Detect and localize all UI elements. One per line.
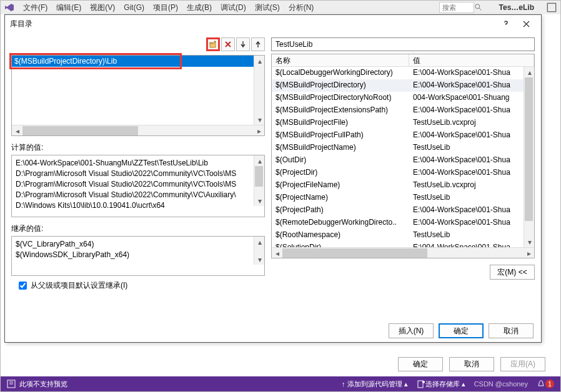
- menu-file[interactable]: 文件(F): [23, 2, 47, 13]
- macro-grid[interactable]: 名称 值 $(LocalDebuggerWorkingDirectory)E:\…: [271, 54, 535, 258]
- grid-row[interactable]: $(ProjectDir)E:\004-WorkSpace\001-Shua: [272, 167, 534, 179]
- computed-line: D:\Windows Kits\10\lib\10.0.19041.0\ucrt…: [16, 200, 261, 211]
- macro-name: $(ProjectPath): [272, 204, 409, 217]
- menu-build[interactable]: 生成(B): [187, 2, 212, 13]
- macro-value: 004-WorkSpace\001-Shuang: [409, 92, 534, 104]
- macro-value: E:\004-WorkSpace\001-Shua: [409, 204, 534, 217]
- menu-git[interactable]: Git(G): [124, 3, 144, 12]
- inherited-label: 继承的值:: [11, 223, 265, 234]
- macro-filter-input[interactable]: [271, 37, 535, 51]
- watermark: CSDN @cshoney: [474, 380, 528, 388]
- svg-point-0: [475, 4, 479, 9]
- menu-project[interactable]: 项目(P): [153, 2, 178, 13]
- dialog-title: 库目录: [10, 19, 496, 29]
- inherit-checkbox[interactable]: [19, 282, 27, 290]
- menu-edit[interactable]: 编辑(E): [56, 2, 81, 13]
- delete-line-button[interactable]: [221, 37, 235, 51]
- search-icon: [474, 3, 483, 12]
- document-tab[interactable]: Tes…eLib: [499, 3, 534, 12]
- macro-value: E:\004-WorkSpace\001-Shua: [409, 67, 534, 79]
- notifications[interactable]: 1: [537, 380, 554, 388]
- vertical-scrollbar[interactable]: ▴▾: [254, 237, 264, 265]
- ok-button[interactable]: 确定: [439, 323, 484, 338]
- grid-row[interactable]: $(MSBuildProjectExtensionsPath)E:\004-Wo…: [272, 104, 534, 117]
- grid-row[interactable]: $(MSBuildProjectName)TestUseLib: [272, 142, 534, 154]
- menu-test[interactable]: 测试(S): [255, 2, 280, 13]
- list-item[interactable]: $(MSBuildProjectDirectory)\Lib: [12, 56, 264, 67]
- macro-value: E:\004-WorkSpace\001-Shua: [409, 154, 534, 167]
- arrow-up-icon: ↑: [342, 380, 345, 388]
- outer-cancel-button[interactable]: 取消: [449, 357, 494, 371]
- info-icon: [7, 380, 16, 388]
- notification-count: 1: [545, 380, 554, 388]
- macros-button[interactable]: 宏(M) <<: [490, 265, 535, 280]
- close-button[interactable]: [516, 16, 536, 31]
- grid-row[interactable]: $(RemoteDebuggerWorkingDirecto..E:\004-W…: [272, 217, 534, 229]
- outer-ok-button[interactable]: 确定: [398, 357, 443, 371]
- inherit-label[interactable]: 从父级或项目默认设置继承(I): [31, 280, 127, 291]
- macro-name: $(ProjectName): [272, 192, 409, 204]
- grid-row[interactable]: $(OutDir)E:\004-WorkSpace\001-Shua: [272, 154, 534, 167]
- repo-icon: [417, 380, 425, 388]
- grid-row[interactable]: $(ProjectFileName)TestUseLib.vcxproj: [272, 179, 534, 192]
- macro-name: $(ProjectFileName): [272, 179, 409, 192]
- add-source-control[interactable]: ↑ 添加到源代码管理 ▴: [342, 380, 408, 389]
- vertical-scrollbar[interactable]: ▴ ▾: [254, 56, 264, 125]
- horizontal-scrollbar[interactable]: ◂ ▸: [12, 125, 264, 135]
- grid-row[interactable]: $(MSBuildProjectDirectoryNoRoot)004-Work…: [272, 92, 534, 104]
- column-header-value[interactable]: 值: [409, 54, 534, 67]
- svg-rect-12: [418, 381, 423, 388]
- insert-button[interactable]: 插入(N): [389, 323, 434, 338]
- library-directories-dialog: 库目录: [4, 14, 542, 343]
- macro-value: E:\004-WorkSpace\001-Shua: [409, 167, 534, 179]
- computed-line: E:\004-WorkSpace\001-ShuangMu\ZZTest\Tes…: [16, 158, 261, 169]
- grid-row[interactable]: $(MSBuildProjectDirectory)E:\004-WorkSpa…: [272, 79, 534, 92]
- help-button[interactable]: [496, 16, 516, 31]
- macro-name: $(RemoteDebuggerWorkingDirecto..: [272, 217, 409, 229]
- move-up-button[interactable]: [251, 37, 265, 51]
- outer-dialog-buttons: 确定 取消 应用(A): [398, 357, 545, 371]
- inherited-values-box: $(VC_LibraryPath_x64) $(WindowsSDK_Libra…: [11, 236, 265, 276]
- svg-rect-6: [210, 42, 212, 44]
- search-box[interactable]: [439, 2, 483, 13]
- svg-rect-2: [547, 3, 555, 11]
- menu-view[interactable]: 视图(V): [90, 2, 115, 13]
- macro-name: $(RootNamespace): [272, 229, 409, 242]
- macro-value: E:\004-WorkSpace\001-Shua: [409, 79, 534, 92]
- grid-row[interactable]: $(MSBuildProjectFullPath)E:\004-WorkSpac…: [272, 129, 534, 142]
- grid-row[interactable]: $(LocalDebuggerWorkingDirectory)E:\004-W…: [272, 67, 534, 79]
- menu-analyze[interactable]: 分析(N): [289, 2, 314, 13]
- computed-line: D:\Program\Microsoft Visual Studio\2022\…: [16, 179, 261, 190]
- macro-name: $(MSBuildProjectExtensionsPath): [272, 104, 409, 117]
- computed-line: D:\Program\Microsoft Visual Studio\2022\…: [16, 190, 261, 200]
- bell-icon: [537, 380, 545, 388]
- inherited-line: $(VC_LibraryPath_x64): [16, 239, 261, 250]
- macro-value: TestUseLib: [409, 142, 534, 154]
- cancel-button[interactable]: 取消: [489, 323, 534, 338]
- vertical-scrollbar[interactable]: ▴▾: [524, 67, 534, 247]
- column-header-name[interactable]: 名称: [272, 54, 409, 67]
- move-down-button[interactable]: [236, 37, 250, 51]
- dialog-titlebar: 库目录: [5, 15, 541, 32]
- macro-value: TestUseLib.vcxproj: [409, 117, 534, 129]
- new-line-button[interactable]: [206, 37, 220, 51]
- grid-row[interactable]: $(ProjectName)TestUseLib: [272, 192, 534, 204]
- menubar: 文件(F) 编辑(E) 视图(V) Git(G) 项目(P) 生成(B) 调试(…: [1, 1, 560, 14]
- maximize-icon[interactable]: [547, 2, 557, 12]
- inherited-line: $(WindowsSDK_LibraryPath_x64): [16, 250, 261, 260]
- computed-values-box: E:\004-WorkSpace\001-ShuangMu\ZZTest\Tes…: [11, 155, 265, 217]
- svg-point-13: [422, 381, 425, 383]
- select-repo[interactable]: 选择存储库 ▴: [417, 380, 465, 389]
- menu-debug[interactable]: 调试(D): [221, 2, 246, 13]
- vertical-scrollbar[interactable]: ▴▾: [254, 155, 264, 206]
- grid-row[interactable]: $(RootNamespace)TestUseLib: [272, 229, 534, 242]
- horizontal-scrollbar[interactable]: ◂▸: [272, 247, 534, 258]
- computed-line: D:\Program\Microsoft Visual Studio\2022\…: [16, 169, 261, 179]
- grid-row[interactable]: $(ProjectPath)E:\004-WorkSpace\001-Shua: [272, 204, 534, 217]
- outer-apply-button[interactable]: 应用(A): [500, 357, 545, 371]
- grid-row[interactable]: $(MSBuildProjectFile)TestUseLib.vcxproj: [272, 117, 534, 129]
- macro-name: $(LocalDebuggerWorkingDirectory): [272, 67, 409, 79]
- search-input[interactable]: [439, 2, 474, 13]
- directories-list[interactable]: $(MSBuildProjectDirectory)\Lib ▴ ▾ ◂ ▸: [11, 55, 265, 136]
- statusbar: 此项不支持预览 ↑ 添加到源代码管理 ▴ 选择存储库 ▴ CSDN @cshon…: [1, 376, 560, 391]
